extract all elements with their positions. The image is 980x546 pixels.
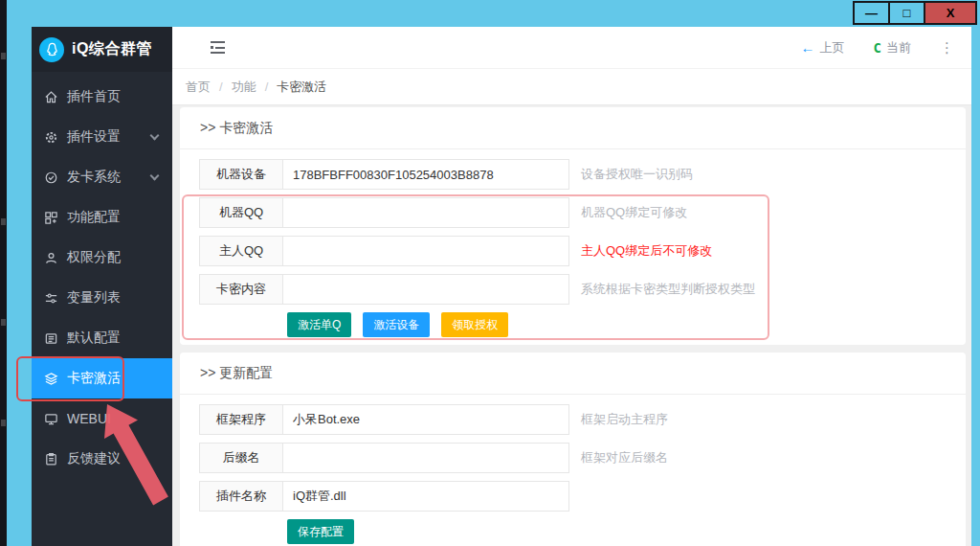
feedback-icon: [44, 452, 58, 466]
sliders-icon: [44, 291, 58, 306]
monitor-icon: [44, 412, 58, 426]
card-key-hint: 系统根据卡密类型判断授权类型: [581, 281, 755, 298]
owner-qq-hint: 主人QQ绑定后不可修改: [581, 242, 712, 260]
panel-title: >> 卡密激活: [180, 107, 966, 149]
collapse-sidebar-icon[interactable]: [211, 41, 225, 54]
machine-device-input[interactable]: [282, 159, 569, 190]
circle-check-icon: [44, 171, 58, 185]
machine-device-hint: 设备授权唯一识别码: [581, 166, 693, 183]
sidebar-item-plugin-settings[interactable]: 插件设置: [32, 117, 172, 157]
prev-page-button[interactable]: ← 上页: [801, 39, 845, 57]
app-title: iQ综合群管: [72, 39, 152, 59]
sidebar-item-plugin-home[interactable]: 插件首页: [32, 77, 172, 117]
list-config-icon: [44, 331, 58, 346]
home-icon: [44, 90, 58, 104]
content: >> 卡密激活 机器设备 设备授权唯一识别码 机器QQ 机器QQ绑定可修改 主人…: [172, 105, 971, 546]
breadcrumb-function[interactable]: 功能: [232, 79, 256, 96]
refresh-icon: C: [874, 40, 881, 56]
update-config-panel: >> 更新配置 框架程序 框架启动主程序 后缀名 框架对应后缀名 插件名称: [180, 353, 966, 546]
owner-qq-input[interactable]: [282, 236, 569, 266]
machine-qq-hint: 机器QQ绑定可修改: [581, 204, 687, 221]
more-menu-icon[interactable]: ⋮: [940, 39, 954, 57]
machine-qq-input[interactable]: [282, 197, 569, 228]
framework-program-row: 框架程序 框架启动主程序: [199, 404, 947, 435]
sidebar-item-function-config[interactable]: 功能配置: [32, 197, 172, 238]
close-button[interactable]: X: [924, 1, 977, 25]
main-area: ← 上页 C 当前 ⋮ 首页 / 功能 / 卡密激活 >> 卡密激活 机器设备 …: [172, 27, 971, 546]
save-buttons: 保存配置: [287, 519, 947, 544]
scrollbar[interactable]: [971, 27, 980, 546]
app-logo: iQ综合群管: [32, 27, 172, 72]
refresh-current-button[interactable]: C 当前: [874, 39, 911, 57]
sidebar-item-permission[interactable]: 权限分配: [32, 238, 172, 278]
framework-program-hint: 框架启动主程序: [581, 411, 668, 428]
background-window-edge: [0, 0, 7, 546]
breadcrumb-current: 卡密激活: [277, 79, 326, 96]
breadcrumb: 首页 / 功能 / 卡密激活: [172, 69, 971, 105]
sidebar-item-webui[interactable]: WEBUI: [32, 398, 172, 439]
back-arrow-icon: ←: [801, 40, 815, 55]
suffix-input[interactable]: [282, 443, 569, 473]
breadcrumb-home[interactable]: 首页: [186, 79, 211, 96]
user-icon: [44, 251, 58, 265]
machine-device-row: 机器设备 设备授权唯一识别码: [199, 159, 947, 190]
sidebar: iQ综合群管 插件首页 插件设置 发卡系统 功能配置 权限分配 变量列表: [32, 27, 172, 546]
layers-icon: [44, 372, 58, 386]
sidebar-menu: 插件首页 插件设置 发卡系统 功能配置 权限分配 变量列表 默认配置: [32, 72, 172, 479]
chevron-down-icon: [150, 131, 160, 141]
sidebar-item-variables[interactable]: 变量列表: [32, 278, 172, 318]
card-activation-panel: >> 卡密激活 机器设备 设备授权唯一识别码 机器QQ 机器QQ绑定可修改 主人…: [180, 107, 966, 345]
sidebar-item-card-activation[interactable]: 卡密激活: [32, 358, 172, 398]
topbar-actions: ← 上页 C 当前 ⋮: [801, 39, 954, 57]
owner-qq-row: 主人QQ 主人QQ绑定后不可修改: [199, 236, 947, 266]
qq-penguin-icon: [39, 37, 64, 62]
claim-authorization-button[interactable]: 领取授权: [441, 312, 508, 337]
sidebar-item-default-config[interactable]: 默认配置: [32, 318, 172, 358]
activation-buttons: 激活单Q 激活设备 领取授权: [287, 312, 947, 337]
sidebar-item-feedback[interactable]: 反馈建议: [32, 439, 172, 479]
sidebar-item-card-system[interactable]: 发卡系统: [32, 157, 172, 197]
card-key-input[interactable]: [282, 274, 569, 305]
save-config-button[interactable]: 保存配置: [287, 519, 354, 544]
chevron-down-icon: [150, 171, 160, 181]
machine-qq-row: 机器QQ 机器QQ绑定可修改: [199, 197, 947, 228]
panel-title: >> 更新配置: [180, 353, 966, 395]
components-icon: [44, 211, 58, 225]
suffix-hint: 框架对应后缀名: [581, 449, 668, 466]
minimize-button[interactable]: —: [853, 1, 890, 25]
activate-device-button[interactable]: 激活设备: [363, 312, 430, 337]
plugin-name-input[interactable]: [282, 481, 569, 512]
window-controls: — □ X: [855, 1, 977, 25]
suffix-row: 后缀名 框架对应后缀名: [199, 443, 947, 473]
plugin-name-row: 插件名称: [199, 481, 947, 512]
activate-single-q-button[interactable]: 激活单Q: [287, 312, 351, 337]
gear-icon: [44, 130, 58, 145]
maximize-button[interactable]: □: [888, 1, 925, 25]
window-frame-left: [7, 27, 32, 546]
window-titlebar: — □ X: [7, 0, 980, 27]
framework-program-input[interactable]: [282, 404, 569, 435]
card-key-row: 卡密内容 系统根据卡密类型判断授权类型: [199, 274, 947, 305]
topbar: ← 上页 C 当前 ⋮: [172, 27, 971, 69]
